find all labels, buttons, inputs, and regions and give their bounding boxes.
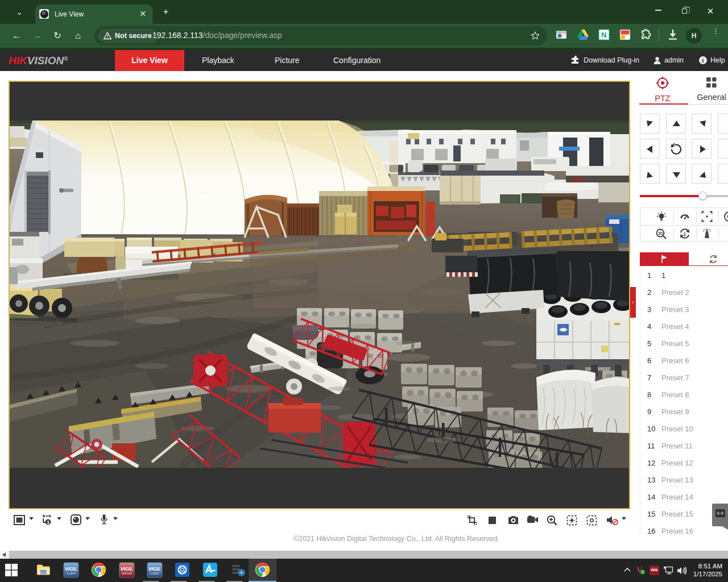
svg-text:3D: 3D [658, 231, 663, 235]
svg-text:1: 1 [47, 519, 49, 525]
svg-text:VIGIL: VIGIL [651, 568, 658, 572]
svg-text:i: i [702, 57, 704, 64]
svg-text:N: N [601, 31, 606, 39]
svg-text:1: 1 [683, 231, 686, 237]
